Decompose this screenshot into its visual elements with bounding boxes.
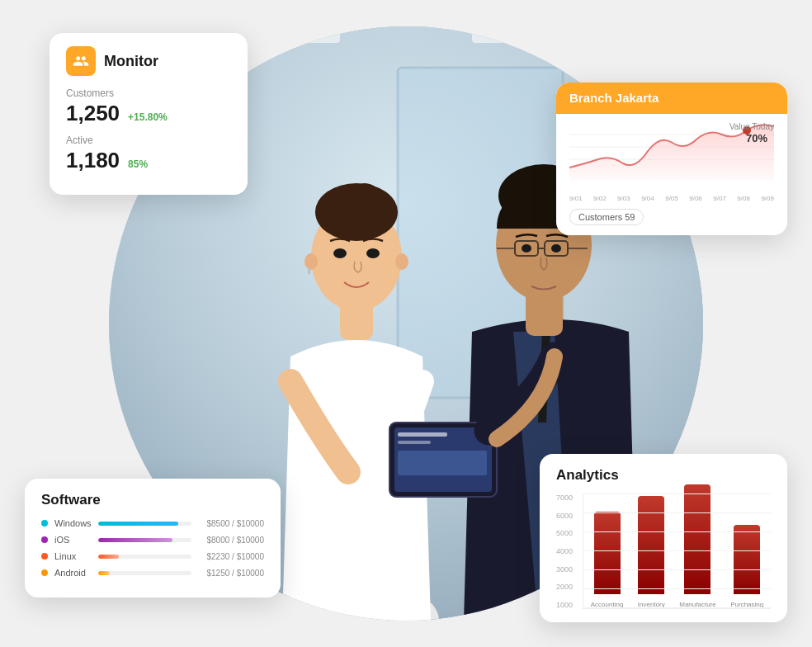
branch-axis: 9/019/029/039/049/059/069/079/089/09 — [569, 195, 774, 202]
android-value: $1250 / $10000 — [198, 569, 264, 578]
customers-badge: +15.80% — [128, 111, 168, 123]
svg-rect-1 — [274, 26, 340, 43]
branch-chart-area: Value Today 70% — [569, 122, 774, 188]
analytics-bars: Accounting Inventory Manufacture Purchas… — [583, 494, 771, 609]
windows-bar-track — [98, 522, 191, 526]
analytics-card: Analytics 7000 6000 5000 4000 3000 2000 … — [540, 454, 787, 622]
accounting-label: Accounting — [591, 601, 624, 608]
branch-jakarta-card: Branch Jakarta Value Today 70% — [556, 83, 787, 235]
monitor-icon — [66, 46, 96, 76]
svg-point-23 — [551, 244, 561, 253]
software-item-android: Android $1250 / $10000 — [41, 568, 264, 578]
branch-body: Value Today 70% — [556, 114, 787, 235]
software-item-ios: iOS $8000 / $10000 — [41, 535, 264, 545]
ios-label: iOS — [54, 535, 92, 545]
chart-percent: 70% — [746, 132, 767, 144]
analytics-bar-accounting: Accounting — [591, 512, 624, 608]
active-row: 1,180 85% — [66, 148, 231, 173]
inventory-label: Inventory — [638, 601, 665, 608]
ios-bar-track — [98, 538, 191, 542]
windows-value: $8500 / $10000 — [198, 519, 264, 528]
svg-rect-11 — [308, 267, 310, 274]
analytics-bar-inventory: Inventory — [638, 496, 665, 608]
monitor-header: Monitor — [66, 46, 231, 76]
svg-point-10 — [395, 253, 408, 270]
analytics-y-axis: 7000 6000 5000 4000 3000 2000 1000 — [556, 494, 573, 609]
windows-bar-fill — [98, 522, 178, 526]
svg-point-8 — [348, 183, 381, 216]
chart-value-label: Value Today — [729, 122, 774, 131]
purchasing-bar — [734, 525, 760, 594]
main-container: Monitor Customers 1,250 +15.80% Active 1… — [0, 0, 812, 647]
android-bar-fill — [98, 571, 110, 575]
monitor-card: Monitor Customers 1,250 +15.80% Active 1… — [50, 33, 248, 195]
analytics-bar-manufacture: Manufacture — [679, 484, 715, 608]
software-item-linux: Linux $2230 / $10000 — [41, 551, 264, 561]
users-icon — [73, 53, 89, 69]
inventory-bar — [638, 496, 664, 594]
monitor-title: Monitor — [104, 53, 158, 70]
purchasing-label: Purchasing — [730, 601, 763, 608]
svg-point-22 — [522, 244, 531, 253]
linux-value: $2230 / $10000 — [198, 552, 264, 561]
software-card: Software Windows $8500 / $10000 iOS $800… — [25, 479, 281, 597]
active-badge: 85% — [128, 158, 148, 170]
branch-title: Branch Jakarta — [569, 91, 659, 105]
customers-row: 1,250 +15.80% — [66, 101, 231, 126]
analytics-bar-purchasing: Purchasing — [730, 525, 763, 608]
branch-customers-badge: Customers 59 — [569, 209, 644, 225]
linux-bar-track — [98, 555, 191, 559]
android-label: Android — [54, 568, 92, 578]
manufacture-bar — [684, 484, 710, 594]
analytics-chart-container: 7000 6000 5000 4000 3000 2000 1000 — [556, 494, 771, 609]
svg-rect-28 — [398, 451, 487, 475]
customers-value: 1,250 — [66, 101, 120, 126]
ios-bar-fill — [98, 538, 172, 542]
linux-label: Linux — [54, 551, 92, 561]
customers-label: Customers — [66, 87, 231, 99]
svg-rect-27 — [398, 441, 431, 444]
analytics-title: Analytics — [556, 467, 771, 484]
svg-rect-26 — [398, 432, 447, 437]
android-dot — [41, 569, 48, 576]
android-bar-track — [98, 571, 191, 575]
ios-value: $8000 / $10000 — [198, 536, 264, 545]
windows-dot — [41, 520, 48, 527]
linux-dot — [41, 553, 48, 560]
branch-header: Branch Jakarta — [556, 83, 787, 114]
software-item-windows: Windows $8500 / $10000 — [41, 518, 264, 528]
linux-bar-fill — [98, 555, 119, 559]
windows-label: Windows — [54, 518, 92, 528]
active-value: 1,180 — [66, 148, 120, 173]
ios-dot — [41, 536, 48, 543]
software-title: Software — [41, 492, 264, 508]
svg-point-12 — [333, 248, 347, 258]
svg-rect-2 — [472, 26, 538, 43]
svg-point-9 — [304, 253, 318, 270]
accounting-bar — [594, 512, 621, 594]
manufacture-label: Manufacture — [679, 601, 715, 608]
active-label: Active — [66, 135, 231, 146]
svg-point-13 — [366, 248, 380, 258]
